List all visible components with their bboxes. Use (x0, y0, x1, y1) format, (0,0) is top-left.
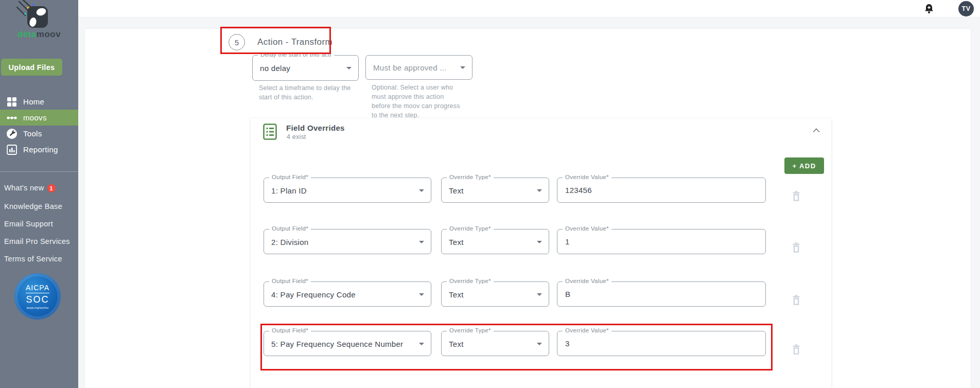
field-overrides-title: Field Overrides (286, 124, 345, 132)
override-value-input[interactable] (564, 179, 761, 202)
override-value-field: Override Value* (557, 229, 766, 254)
output-field-value: 2: Division (271, 237, 309, 246)
output-field-select[interactable]: Output Field* 1: Plan ID (264, 178, 431, 203)
delay-select-value: no delay (260, 64, 290, 73)
sidebar-link-knowledge-base[interactable]: Knowledge Base (4, 202, 62, 210)
whats-new-label: What's new (4, 184, 44, 192)
sidebar-item-label: moovs (23, 113, 47, 122)
override-type-select[interactable]: Override Type* Text (441, 281, 549, 307)
app-root: detamoov Upload Files Home moovs Tools (0, 0, 980, 388)
override-row: Output Field* 1: Plan ID Override Type* … (251, 178, 831, 203)
sidebar-link-email-pro-services[interactable]: Email Pro Services (4, 237, 70, 245)
brand-logo-icon (15, 0, 49, 29)
override-row: Output Field* 2: Division Override Type*… (251, 229, 831, 255)
caret-down-icon (419, 241, 424, 243)
sidebar-link-email-support[interactable]: Email Support (4, 220, 53, 228)
add-override-button[interactable]: + ADD (784, 157, 824, 174)
step-number-circle: 5 (229, 34, 245, 50)
caret-down-icon (346, 67, 352, 69)
override-type-select[interactable]: Override Type* Text (441, 229, 549, 254)
trash-icon[interactable] (792, 191, 800, 201)
trash-icon[interactable] (792, 295, 800, 305)
output-field-value: 4: Pay Frequency Code (271, 290, 356, 298)
override-value-input[interactable] (564, 332, 761, 355)
delay-select[interactable]: Delay the start of this acti no delay (252, 55, 359, 81)
sidebar: detamoov Upload Files Home moovs Tools (0, 0, 78, 388)
upload-files-button[interactable]: Upload Files (1, 59, 62, 76)
caret-down-icon (537, 343, 542, 345)
list-icon (263, 123, 277, 140)
user-avatar[interactable]: TV (958, 1, 974, 16)
field-overrides-count: 4 exist (287, 133, 306, 140)
field-overrides-card: Field Overrides 4 exist + ADD Output Fie… (251, 118, 831, 388)
collapse-section-button[interactable] (811, 126, 822, 135)
output-field-select[interactable]: Output Field* 4: Pay Frequency Code (264, 281, 431, 307)
sidebar-item-reporting[interactable]: Reporting (0, 142, 78, 157)
top-bar: TV (78, 0, 980, 17)
override-type-select[interactable]: Override Type* Text (441, 331, 549, 356)
override-type-label: Override Type* (447, 327, 494, 333)
override-value-input[interactable] (564, 283, 761, 306)
soc-badge-divider (26, 293, 49, 293)
sidebar-link-terms-of-service[interactable]: Terms of Service (4, 255, 62, 263)
override-type-label: Override Type* (447, 225, 494, 232)
output-field-label: Output Field* (269, 278, 311, 284)
override-row: Output Field* 4: Pay Frequency Code Over… (251, 281, 831, 307)
brand-name-dark: moov (37, 29, 61, 39)
override-type-label: Override Type* (447, 174, 494, 180)
brand-logo: detamoov (0, 0, 78, 41)
output-field-label: Output Field* (269, 327, 311, 333)
soc-badge-line2: SOC (26, 294, 49, 305)
caret-down-icon (537, 241, 542, 243)
delay-select-label: Delay the start of this acti (258, 51, 334, 58)
caret-down-icon (537, 293, 542, 296)
trash-icon[interactable] (792, 344, 800, 355)
brand-name-green: deta (18, 29, 37, 39)
override-type-select[interactable]: Override Type* Text (441, 178, 549, 203)
override-value-field: Override Value* (557, 331, 766, 356)
override-type-value: Text (449, 237, 464, 246)
sidebar-item-tools[interactable]: Tools (0, 126, 78, 142)
sidebar-nav: Home moovs Tools Reporting (0, 94, 78, 157)
sidebar-item-home[interactable]: Home (0, 94, 78, 110)
chevron-up-icon (813, 128, 820, 133)
caret-down-icon (419, 343, 424, 345)
override-value-field: Override Value* (557, 281, 766, 307)
output-field-label: Output Field* (269, 174, 311, 180)
sidebar-link-whats-new[interactable]: What's new1 (4, 184, 56, 192)
sidebar-divider (0, 171, 78, 172)
notification-bell-icon[interactable] (923, 3, 935, 14)
override-value-input[interactable] (564, 230, 761, 253)
override-type-value: Text (449, 290, 464, 298)
sidebar-item-moovs[interactable]: moovs (0, 110, 78, 126)
moovs-dots-icon (6, 115, 18, 120)
delay-helper-text: Select a timeframe to delay the start of… (259, 83, 356, 102)
trash-icon[interactable] (792, 242, 800, 253)
output-field-label: Output Field* (269, 225, 311, 232)
soc-badge-line3: aicpa.org/soc4so (27, 306, 49, 309)
sidebar-item-label: Tools (23, 129, 42, 138)
caret-down-icon (460, 66, 465, 69)
override-type-value: Text (449, 186, 464, 195)
whats-new-badge: 1 (47, 184, 56, 192)
override-type-label: Override Type* (447, 278, 494, 284)
caret-down-icon (419, 189, 424, 192)
sidebar-item-label: Reporting (23, 145, 58, 154)
override-type-value: Text (449, 339, 464, 348)
step-title: Action - Transform (257, 37, 332, 47)
approval-helper-text: Optional: Select a user who must approve… (372, 83, 464, 120)
approval-select[interactable]: Must be approved ... (365, 55, 472, 80)
override-value-field: Override Value* (557, 178, 766, 203)
soc-badge-line1: AICPA (26, 284, 49, 292)
caret-down-icon (537, 189, 542, 192)
output-field-value: 5: Pay Frequency Sequence Number (271, 339, 403, 348)
output-field-value: 1: Plan ID (271, 186, 307, 195)
output-field-select[interactable]: Output Field* 5: Pay Frequency Sequence … (264, 331, 431, 356)
override-row: Output Field* 5: Pay Frequency Sequence … (251, 331, 831, 357)
home-icon (6, 97, 18, 107)
wrench-icon (6, 128, 18, 139)
caret-down-icon (419, 293, 424, 296)
brand-name: detamoov (0, 29, 78, 40)
output-field-select[interactable]: Output Field* 2: Division (264, 229, 431, 254)
aicpa-soc-badge: AICPA SOC aicpa.org/soc4so (14, 273, 61, 320)
